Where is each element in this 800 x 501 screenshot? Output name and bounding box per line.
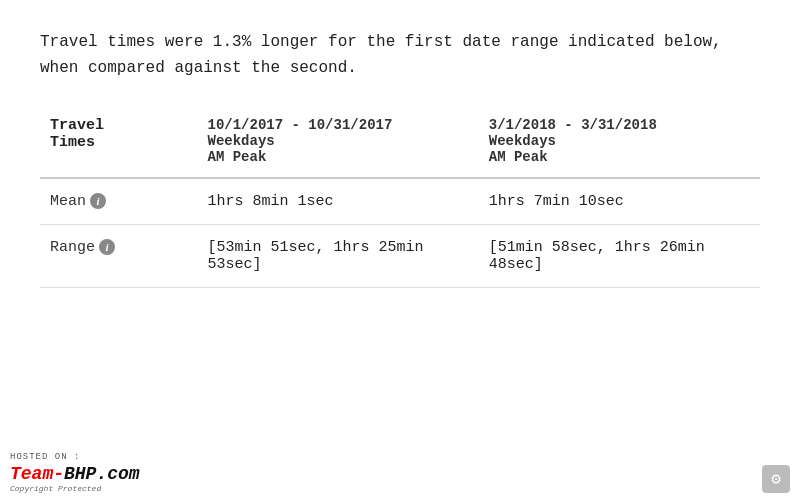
watermark-hosted: HOSTED ON : (10, 452, 80, 462)
row-1-col2: [51min 58sec, 1hrs 26min 48sec] (479, 225, 760, 288)
table-row: Rangei[53min 51sec, 1hrs 25min 53sec][51… (40, 225, 760, 288)
data-table: Travel Times 10/1/2017 - 10/31/2017 Week… (40, 109, 760, 288)
row-0-label-text: Mean (50, 193, 86, 210)
table-body: Meani1hrs 8min 1sec1hrs 7min 10secRangei… (40, 178, 760, 288)
header-label-line1: Travel (50, 117, 104, 134)
logo-team: Team- (10, 464, 64, 484)
logo-bhp: BHP (64, 464, 96, 484)
watermark: HOSTED ON : Team-BHP.com Copyright Prote… (10, 452, 140, 493)
table-row: Meani1hrs 8min 1sec1hrs 7min 10sec (40, 178, 760, 225)
row-0-col1: 1hrs 8min 1sec (198, 178, 479, 225)
row-0-label: Meani (40, 178, 198, 225)
logo-dot: . (96, 464, 107, 484)
header-col2-date: 3/1/2018 - 3/31/2018 (489, 117, 657, 133)
header-col2-peak: AM Peak (489, 149, 548, 165)
header-label-line2: Times (50, 134, 95, 151)
watermark-sub: Copyright Protected (10, 484, 101, 493)
header-col2-weekdays: Weekdays (489, 133, 556, 149)
row-1-info-icon[interactable]: i (99, 239, 115, 255)
header-col1: 10/1/2017 - 10/31/2017 Weekdays AM Peak (198, 109, 479, 178)
row-1-label: Rangei (40, 225, 198, 288)
header-col2: 3/1/2018 - 3/31/2018 Weekdays AM Peak (479, 109, 760, 178)
header-col1-weekdays: Weekdays (208, 133, 275, 149)
intro-text: Travel times were 1.3% longer for the fi… (40, 30, 760, 81)
watermark-logo: Team-BHP.com (10, 464, 140, 484)
header-col1-date: 10/1/2017 - 10/31/2017 (208, 117, 393, 133)
gear-icon[interactable]: ⚙ (762, 465, 790, 493)
header-travel-times: Travel Times (40, 109, 198, 178)
main-container: Travel times were 1.3% longer for the fi… (0, 0, 800, 308)
row-0-info-icon[interactable]: i (90, 193, 106, 209)
row-1-col1: [53min 51sec, 1hrs 25min 53sec] (198, 225, 479, 288)
header-col1-peak: AM Peak (208, 149, 267, 165)
row-0-col2: 1hrs 7min 10sec (479, 178, 760, 225)
row-1-label-text: Range (50, 239, 95, 256)
logo-com: com (107, 464, 139, 484)
table-header-row: Travel Times 10/1/2017 - 10/31/2017 Week… (40, 109, 760, 178)
